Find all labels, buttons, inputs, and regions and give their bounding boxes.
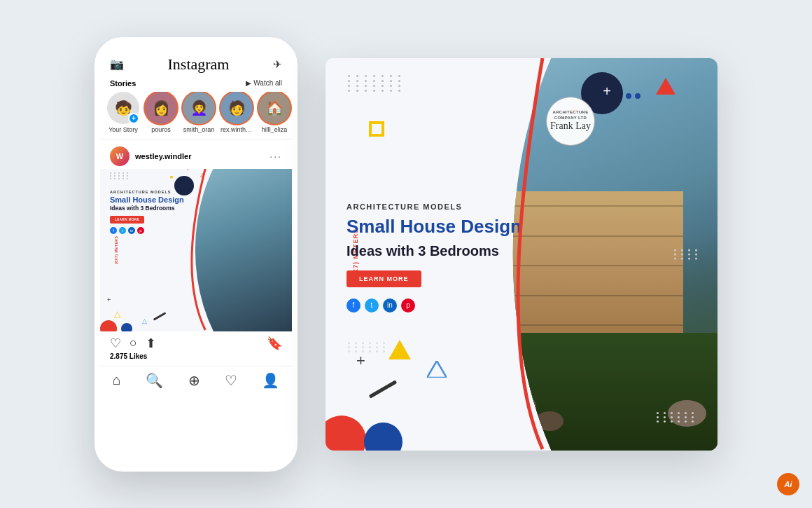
comment-button[interactable]: ○ — [130, 336, 137, 350]
mini-card-content: △ ■ • ARCHITECTURE MODELS Small House De… — [110, 190, 201, 234]
stories-divider — [100, 139, 292, 139]
mini-dot-grid-top — [110, 172, 130, 179]
card-curve-svg — [326, 58, 718, 451]
story-item-your[interactable]: 🧒 + Your Story — [107, 92, 139, 133]
logo-circle: ARCHITECTURECOMPANY LTD Frank Lay — [546, 97, 595, 146]
red-triangle-top — [656, 78, 676, 95]
phone-mockup: 📷 Instagram ✈ Stories ▶ Watch all 🧒 + Yo… — [94, 37, 298, 472]
story-name-smith: smith_oran — [183, 126, 215, 133]
yellow-square — [369, 121, 384, 137]
dot-grid-topleft — [348, 75, 404, 92]
story-avatar-your: 🧒 + — [107, 92, 139, 124]
camera-icon[interactable]: 📷 — [110, 57, 124, 71]
dot-grid-midright — [674, 249, 700, 259]
story-avatar-smith: 👩‍🦱 — [183, 92, 215, 124]
phone-inner: 📷 Instagram ✈ Stories ▶ Watch all 🧒 + Yo… — [100, 43, 292, 466]
story-item-smith[interactable]: 👩‍🦱 smith_oran — [183, 92, 215, 133]
story-avatar-pouros: 👩 — [145, 92, 177, 124]
story-name-rex: rex.wintheiser — [220, 126, 253, 133]
post-actions: ♡ ○ ⬆ 🔖 — [100, 331, 292, 352]
like-button[interactable]: ♡ — [110, 336, 121, 351]
svg-marker-0 — [427, 361, 447, 378]
logo-script: Frank Lay — [550, 121, 591, 132]
story-item-rex[interactable]: 🧑 rex.wintheiser — [220, 92, 253, 133]
mini-blue-blob — [121, 323, 132, 331]
nav-profile-icon[interactable]: 👤 — [262, 372, 279, 389]
post-image: (6X7) METERS △ ■ • ARCHITECTURE MODELS S… — [100, 169, 292, 331]
post-more-button[interactable]: ··· — [270, 151, 282, 162]
story-name-your: Your Story — [108, 126, 138, 133]
story-item-hilll[interactable]: 🏠 hilll_eliza — [258, 92, 290, 133]
blue-dots-top — [626, 93, 640, 99]
nav-add-icon[interactable]: ⊕ — [188, 372, 200, 389]
stories-label: Stories — [110, 79, 136, 88]
plus-sign-bottom: + — [356, 352, 365, 370]
post-header: W westley.windler ··· — [100, 144, 292, 169]
ai-badge: Ai — [777, 473, 799, 495]
plus-in-circle: + — [603, 83, 611, 99]
design-card: + ARCHITECTURECOMPANY LTD Frank Lay (6X7… — [326, 58, 718, 451]
yellow-triangle-bottom — [388, 340, 411, 359]
blue-triangle-outline — [427, 361, 447, 380]
nav-heart-icon[interactable]: ♡ — [225, 372, 237, 389]
mini-side-text: (6X7) METERS — [114, 235, 118, 263]
save-button[interactable]: 🔖 — [267, 336, 282, 351]
nav-search-icon[interactable]: 🔍 — [146, 372, 163, 389]
mini-plus: + — [107, 296, 111, 303]
stories-row: 🧒 + Your Story 👩 pouros 👩‍🦱 smith_oran — [100, 92, 292, 139]
post-likes: 2.875 Likes — [100, 352, 292, 366]
story-item-pouros[interactable]: 👩 pouros — [145, 92, 177, 133]
watch-all-button[interactable]: ▶ Watch all — [246, 79, 282, 87]
stories-header: Stories ▶ Watch all — [100, 76, 292, 92]
nav-home-icon[interactable]: ⌂ — [113, 372, 121, 388]
story-name-hilll: hilll_eliza — [262, 126, 288, 133]
phone-notch — [161, 43, 231, 58]
story-add-icon: + — [128, 113, 139, 124]
post-avatar: W — [110, 146, 130, 166]
mini-blue-triangle: △ — [142, 317, 147, 324]
dot-grid-bottomright — [657, 412, 696, 423]
story-name-pouros: pouros — [151, 126, 171, 133]
post-username: westley.windler — [135, 152, 192, 160]
send-icon[interactable]: ✈ — [273, 58, 282, 71]
post-user: W westley.windler — [110, 146, 192, 166]
story-avatar-rex: 🧑 — [220, 92, 253, 124]
dot-grid-middle — [348, 342, 388, 352]
phone-nav: ⌂ 🔍 ⊕ ♡ 👤 — [100, 366, 292, 397]
mini-yellow-triangle: △ — [114, 309, 120, 319]
story-avatar-hilll: 🏠 — [258, 92, 290, 124]
share-button[interactable]: ⬆ — [146, 336, 156, 351]
